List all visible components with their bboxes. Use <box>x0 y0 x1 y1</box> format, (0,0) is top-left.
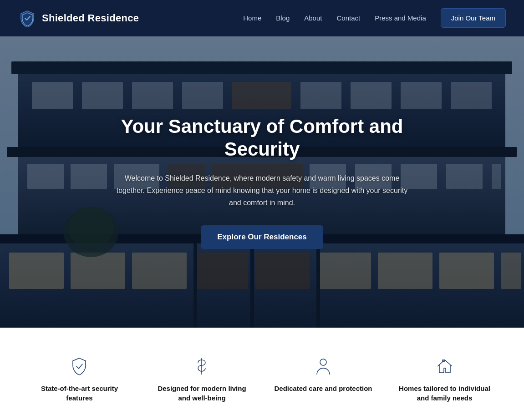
home-icon <box>435 356 455 376</box>
explore-residences-button[interactable]: Explore Our Residences <box>201 225 323 249</box>
hero-section: Your Sanctuary of Comfort and Security W… <box>0 36 524 328</box>
feature-modern: Designed for modern living and well-bein… <box>152 355 252 403</box>
feature-security: State-of-the-art security features <box>29 355 129 403</box>
navbar: Shielded Residence Home Blog About Conta… <box>0 0 524 36</box>
shield-icon <box>69 356 89 376</box>
care-icon <box>312 355 334 377</box>
nav-item-about[interactable]: About <box>304 14 322 22</box>
logo[interactable]: Shielded Residence <box>18 9 139 27</box>
feature-family-label: Homes tailored to individual and family … <box>395 384 495 403</box>
hero-content: Your Sanctuary of Comfort and Security W… <box>107 115 417 249</box>
nav-links: Home Blog About Contact Press and Media … <box>243 14 506 22</box>
feature-care-label: Dedicated care and protection <box>274 384 372 393</box>
feature-family: Homes tailored to individual and family … <box>395 355 495 403</box>
logo-text: Shielded Residence <box>42 12 139 24</box>
feature-modern-label: Designed for modern living and well-bein… <box>152 384 252 403</box>
nav-item-blog[interactable]: Blog <box>276 14 290 22</box>
logo-icon <box>18 9 36 27</box>
modern-icon <box>191 355 213 377</box>
hero-title: Your Sanctuary of Comfort and Security <box>117 115 408 161</box>
feature-security-label: State-of-the-art security features <box>29 384 129 403</box>
person-icon <box>313 356 333 376</box>
features-section: State-of-the-art security features Desig… <box>0 328 524 420</box>
hero-subtitle: Welcome to Shielded Residence, where mod… <box>117 172 408 209</box>
feature-care: Dedicated care and protection <box>274 355 372 393</box>
nav-item-contact[interactable]: Contact <box>336 14 360 22</box>
nav-item-home[interactable]: Home <box>243 14 261 22</box>
family-icon <box>434 355 456 377</box>
dollar-sign-icon <box>192 356 212 376</box>
svg-point-41 <box>320 359 326 365</box>
nav-item-press[interactable]: Press and Media <box>375 14 426 22</box>
join-team-button[interactable]: Join Our Team <box>441 8 506 28</box>
security-icon <box>68 355 90 377</box>
